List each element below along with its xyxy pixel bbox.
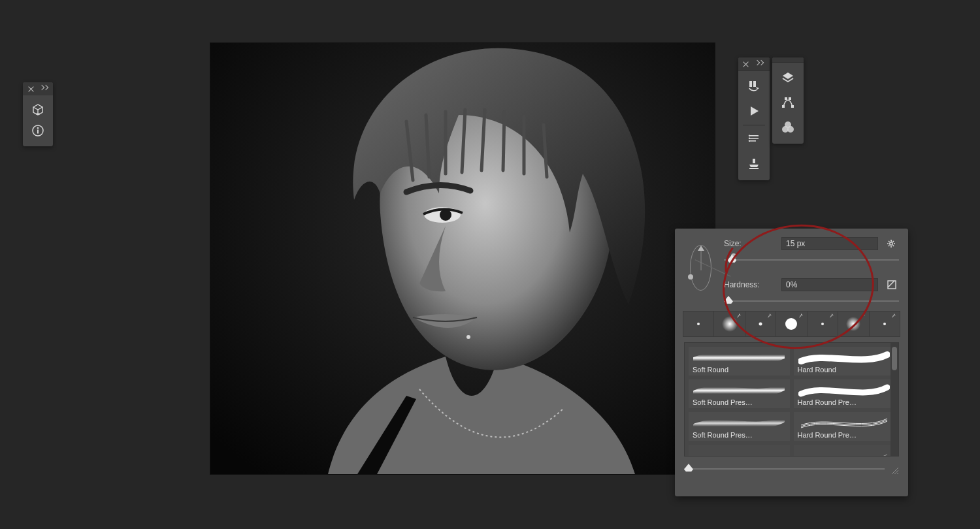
svg-rect-10 [749, 135, 759, 136]
svg-point-3 [466, 335, 470, 339]
create-new-preset-button[interactable] [885, 278, 899, 292]
brush-preset[interactable]: Soft Round Pres… [689, 412, 790, 441]
paragraph-icon [747, 133, 760, 146]
pin-icon [736, 313, 742, 319]
3d-cube-icon [31, 103, 44, 116]
svg-line-31 [893, 246, 894, 246]
tip-dot-icon [689, 314, 708, 334]
brush-angle-picker[interactable] [687, 242, 715, 294]
svg-point-37 [759, 323, 762, 326]
channels-panel-button[interactable] [775, 115, 801, 140]
paragraph-panel-button[interactable] [741, 127, 767, 152]
brush-settings-menu[interactable] [885, 236, 899, 251]
svg-rect-17 [749, 168, 759, 169]
svg-rect-20 [785, 97, 787, 100]
close-icon[interactable] [743, 61, 749, 67]
svg-point-35 [697, 323, 700, 325]
dock2-gripper[interactable] [772, 57, 804, 62]
pin-icon [766, 313, 773, 319]
stroke-preview-icon [693, 351, 785, 365]
pin-icon [860, 313, 866, 319]
brush-tip-2[interactable] [713, 312, 744, 336]
hardness-input[interactable] [781, 278, 878, 291]
brush-preset-picker: Size: Hardness: [675, 229, 908, 496]
preset-name: Soft Round Pres… [693, 431, 786, 439]
svg-point-14 [749, 138, 750, 139]
brush-presets-list[interactable]: Soft Round Hard Round Soft Round Pres… H… [684, 342, 899, 457]
svg-line-33 [893, 241, 894, 242]
clone-source-panel-button[interactable] [741, 152, 767, 176]
brush-tip-4[interactable] [776, 312, 806, 336]
brush-preset[interactable] [794, 445, 895, 457]
pin-icon [890, 313, 897, 319]
svg-point-39 [821, 323, 824, 325]
gear-icon [887, 238, 897, 249]
stroke-preview-icon [693, 453, 785, 457]
hardness-slider[interactable] [724, 295, 899, 307]
new-preset-icon [887, 280, 897, 290]
svg-rect-18 [782, 105, 785, 108]
preset-name: Soft Round Pres… [693, 398, 786, 406]
layers-panel-button[interactable] [775, 65, 801, 90]
document-canvas[interactable] [210, 43, 715, 474]
brush-preset[interactable]: Hard Round Pre… [794, 412, 895, 441]
paths-panel-button[interactable] [775, 90, 801, 115]
size-slider[interactable] [724, 254, 899, 266]
dock1-titlebar[interactable] [738, 57, 770, 71]
svg-rect-19 [791, 105, 794, 108]
svg-rect-12 [749, 140, 756, 142]
stamp-icon [747, 157, 761, 171]
svg-point-25 [890, 242, 892, 245]
svg-line-30 [889, 241, 889, 242]
3d-panel-button[interactable] [27, 99, 48, 120]
layers-icon [781, 71, 795, 85]
pin-icon [798, 313, 804, 319]
svg-line-44 [897, 473, 898, 474]
resize-grip-icon[interactable] [890, 466, 899, 475]
stroke-preview-icon [798, 416, 890, 430]
properties-panel-button[interactable] [27, 120, 48, 141]
stroke-preview-icon [693, 383, 785, 398]
svg-point-13 [749, 135, 750, 136]
svg-point-24 [787, 126, 794, 133]
brush-tip-5[interactable] [807, 312, 838, 336]
preset-name: Hard Round Pre… [798, 398, 891, 406]
brush-tip-7[interactable] [869, 312, 900, 336]
collapse-icon[interactable] [755, 61, 764, 67]
svg-line-32 [889, 246, 889, 246]
preset-name: Soft Round [693, 366, 786, 374]
brush-tip-6[interactable] [838, 312, 868, 336]
brush-preset[interactable]: Hard Round [794, 347, 895, 376]
play-icon [747, 104, 760, 118]
close-icon[interactable] [28, 86, 33, 92]
preset-name: Hard Round Pre… [798, 431, 891, 439]
svg-point-38 [785, 318, 797, 330]
collapse-icon[interactable] [40, 86, 48, 92]
svg-rect-7 [37, 130, 39, 134]
brush-preset[interactable] [689, 445, 790, 457]
info-icon [31, 124, 44, 137]
brush-tip-3[interactable] [745, 312, 776, 336]
actions-panel-button[interactable] [741, 99, 767, 123]
brush-tip-1[interactable] [683, 312, 713, 336]
svg-point-6 [37, 127, 39, 129]
size-input[interactable] [781, 237, 878, 250]
paths-icon [781, 95, 795, 110]
svg-point-15 [749, 140, 750, 142]
brush-preset[interactable]: Soft Round Pres… [689, 379, 790, 408]
stroke-preview-icon [798, 383, 890, 398]
preview-size-slider[interactable] [684, 463, 885, 475]
presets-scrollbar[interactable] [890, 343, 898, 456]
right-dock [738, 57, 804, 180]
stroke-preview-icon [693, 416, 785, 430]
brush-preset[interactable]: Soft Round [689, 347, 790, 376]
brush-preset[interactable]: Hard Round Pre… [794, 379, 895, 408]
left-panel-titlebar[interactable] [23, 82, 53, 95]
svg-point-41 [883, 323, 886, 325]
dock-column-1 [738, 57, 770, 180]
svg-rect-34 [888, 281, 896, 289]
pin-icon [828, 313, 835, 319]
brush-tip-row [683, 311, 900, 337]
history-panel-button[interactable] [741, 74, 767, 99]
hardness-label: Hardness: [724, 280, 775, 289]
